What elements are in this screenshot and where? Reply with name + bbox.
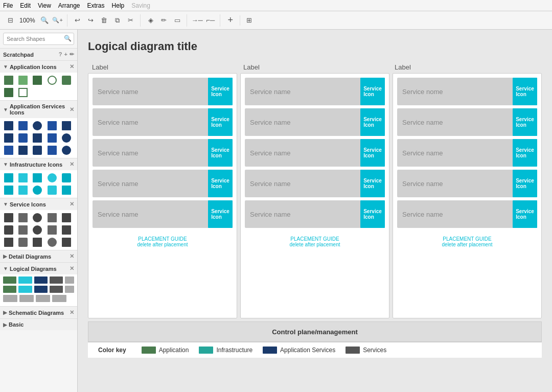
- inf-icon-9[interactable]: [47, 185, 58, 196]
- svc-icon-7[interactable]: [17, 132, 29, 144]
- svc-icon-10[interactable]: [61, 132, 72, 144]
- app-icon-7[interactable]: [17, 87, 29, 98]
- srvc-icon-12[interactable]: [17, 237, 29, 248]
- srvc-icon-3[interactable]: [32, 212, 43, 223]
- service-row-0-2[interactable]: Service name ServiceIcon: [93, 139, 233, 167]
- svc-icon-4[interactable]: [47, 120, 58, 131]
- logical-diag-2[interactable]: [18, 276, 32, 284]
- bend-button[interactable]: ⌐─: [204, 14, 217, 27]
- close-icon-5[interactable]: ✕: [70, 253, 74, 260]
- srvc-icon-4[interactable]: [47, 212, 58, 223]
- service-row-0-3[interactable]: Service name ServiceIcon: [93, 170, 233, 197]
- app-icon-6[interactable]: [3, 87, 14, 98]
- service-icon-1-0[interactable]: ServiceIcon: [360, 78, 385, 105]
- close-icon-3[interactable]: ✕: [70, 161, 74, 168]
- service-icon-2-1[interactable]: ServiceIcon: [513, 108, 537, 136]
- menu-help[interactable]: Help: [112, 2, 125, 9]
- close-icon-7[interactable]: ✕: [70, 309, 74, 316]
- service-icon-0-3[interactable]: ServiceIcon: [208, 170, 233, 197]
- arrow-button[interactable]: →─: [191, 14, 203, 27]
- logical-diag-10[interactable]: [65, 286, 74, 293]
- infrastructure-header[interactable]: ▼ Infrastructure Icons ✕: [0, 158, 77, 170]
- service-icon-0-4[interactable]: ServiceIcon: [208, 200, 233, 228]
- service-icon-1-3[interactable]: ServiceIcon: [360, 170, 385, 197]
- inf-icon-2[interactable]: [17, 172, 29, 183]
- srvc-icon-5[interactable]: [61, 212, 72, 223]
- shape-button[interactable]: ▭: [171, 14, 183, 27]
- svc-icon-2[interactable]: [17, 120, 29, 131]
- service-row-1-1[interactable]: Service name ServiceIcon: [245, 108, 385, 136]
- app-icon-2[interactable]: [17, 75, 29, 86]
- logical-diag-12[interactable]: [19, 295, 34, 302]
- logical-diag-1[interactable]: [3, 276, 16, 284]
- service-row-1-3[interactable]: Service name ServiceIcon: [245, 170, 385, 197]
- svc-icon-5[interactable]: [61, 120, 72, 131]
- delete-button[interactable]: 🗑: [98, 14, 110, 27]
- app-icon-3[interactable]: [32, 75, 43, 86]
- close-icon-2[interactable]: ✕: [70, 106, 74, 113]
- srvc-icon-10[interactable]: [61, 224, 72, 236]
- menu-saving[interactable]: Saving: [131, 2, 150, 9]
- edit-icon[interactable]: ✏: [70, 51, 74, 58]
- logical-diag-8[interactable]: [34, 286, 48, 293]
- logical-diag-5[interactable]: [65, 276, 74, 284]
- srvc-icon-15[interactable]: [61, 237, 72, 248]
- menu-arrange[interactable]: Arrange: [58, 2, 80, 9]
- logical-diag-14[interactable]: [52, 295, 66, 302]
- close-icon-4[interactable]: ✕: [70, 201, 74, 207]
- basic-header[interactable]: ▶ Basic: [0, 319, 77, 330]
- fill-button[interactable]: ◈: [145, 14, 157, 27]
- srvc-icon-8[interactable]: [32, 224, 43, 236]
- svc-icon-13[interactable]: [32, 145, 43, 156]
- service-row-0-1[interactable]: Service name ServiceIcon: [93, 108, 233, 136]
- canvas-area[interactable]: Logical diagram title Label Label Label: [78, 30, 552, 392]
- close-icon-6[interactable]: ✕: [70, 265, 74, 272]
- schematic-diagrams-header[interactable]: ▶ Schematic Diagrams ✕: [0, 307, 77, 318]
- srvc-icon-11[interactable]: [3, 237, 14, 248]
- grid-button[interactable]: ⊞: [243, 14, 256, 27]
- service-icon-1-2[interactable]: ServiceIcon: [360, 139, 385, 167]
- service-row-2-2[interactable]: Service name ServiceIcon: [397, 139, 537, 167]
- inf-icon-8[interactable]: [32, 185, 43, 196]
- svc-icon-11[interactable]: [3, 145, 14, 156]
- logical-diag-9[interactable]: [50, 286, 63, 293]
- srvc-icon-6[interactable]: [3, 224, 14, 236]
- service-row-2-4[interactable]: Service name ServiceIcon: [397, 200, 537, 228]
- help-icon[interactable]: ?: [59, 51, 62, 58]
- pen-button[interactable]: ✏: [158, 14, 170, 27]
- service-row-2-3[interactable]: Service name ServiceIcon: [397, 170, 537, 197]
- srvc-icon-7[interactable]: [17, 224, 29, 236]
- srvc-icon-14[interactable]: [47, 237, 58, 248]
- service-row-1-4[interactable]: Service name ServiceIcon: [245, 200, 385, 228]
- zoom-level[interactable]: 100%: [17, 17, 37, 24]
- service-icon-2-3[interactable]: ServiceIcon: [513, 170, 537, 197]
- scratchpad-header[interactable]: Scratchpad ? + ✏: [0, 49, 77, 60]
- logical-diag-3[interactable]: [34, 276, 48, 284]
- undo-button[interactable]: ↩: [72, 14, 84, 27]
- zoom-out-button[interactable]: 🔍: [38, 14, 51, 27]
- service-row-0-0[interactable]: Service name ServiceIcon: [93, 78, 233, 105]
- srvc-icon-1[interactable]: [3, 212, 14, 223]
- menu-view[interactable]: View: [38, 2, 51, 9]
- service-icon-2-0[interactable]: ServiceIcon: [513, 78, 537, 105]
- app-icon-5[interactable]: [61, 75, 72, 86]
- svc-icon-12[interactable]: [17, 145, 29, 156]
- app-icon-1[interactable]: [3, 75, 14, 86]
- service-icon-0-1[interactable]: ServiceIcon: [208, 108, 233, 136]
- menu-file[interactable]: File: [3, 2, 13, 9]
- service-icons-header[interactable]: ▼ Service Icons ✕: [0, 198, 77, 210]
- app-icon-4[interactable]: [47, 75, 58, 86]
- service-row-2-1[interactable]: Service name ServiceIcon: [397, 108, 537, 136]
- zoom-in-button[interactable]: 🔍+: [52, 14, 64, 27]
- inf-icon-3[interactable]: [32, 172, 43, 183]
- menu-extras[interactable]: Extras: [87, 2, 105, 9]
- inf-icon-4[interactable]: [47, 172, 58, 183]
- service-icon-2-4[interactable]: ServiceIcon: [513, 200, 537, 228]
- add-icon[interactable]: +: [64, 51, 67, 58]
- service-icon-1-1[interactable]: ServiceIcon: [360, 108, 385, 136]
- svc-icon-1[interactable]: [3, 120, 14, 131]
- service-icon-1-4[interactable]: ServiceIcon: [360, 200, 385, 228]
- service-row-2-0[interactable]: Service nome ServiceIcon: [397, 78, 537, 105]
- srvc-icon-13[interactable]: [32, 237, 43, 248]
- svc-icon-6[interactable]: [3, 132, 14, 144]
